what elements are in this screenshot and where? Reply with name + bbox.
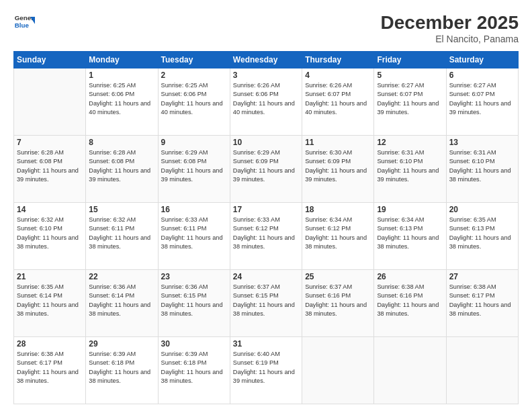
- calendar-cell: 26Sunrise: 6:38 AMSunset: 6:16 PMDayligh…: [374, 270, 446, 337]
- day-number: 22: [89, 272, 154, 281]
- calendar-cell: 9Sunrise: 6:29 AMSunset: 6:08 PMDaylight…: [158, 136, 230, 203]
- cell-info: Sunrise: 6:29 AMSunset: 6:09 PMDaylight:…: [233, 148, 299, 184]
- calendar-cell: 27Sunrise: 6:38 AMSunset: 6:17 PMDayligh…: [446, 270, 518, 337]
- calendar-cell: 21Sunrise: 6:35 AMSunset: 6:14 PMDayligh…: [14, 270, 86, 337]
- cell-info: Sunrise: 6:38 AMSunset: 6:17 PMDaylight:…: [449, 283, 515, 318]
- header: General Blue December 2025 El Nancito, P…: [13, 12, 519, 44]
- cell-info: Sunrise: 6:25 AMSunset: 6:06 PMDaylight:…: [161, 81, 227, 117]
- cell-info: Sunrise: 6:28 AMSunset: 6:08 PMDaylight:…: [17, 148, 83, 184]
- calendar-cell: [374, 337, 446, 404]
- calendar-cell: 28Sunrise: 6:38 AMSunset: 6:17 PMDayligh…: [14, 337, 86, 404]
- calendar-cell: 10Sunrise: 6:29 AMSunset: 6:09 PMDayligh…: [230, 136, 302, 203]
- calendar-cell: 18Sunrise: 6:34 AMSunset: 6:12 PMDayligh…: [302, 203, 374, 270]
- calendar-week-row: 14Sunrise: 6:32 AMSunset: 6:10 PMDayligh…: [14, 203, 519, 270]
- calendar-cell: 1Sunrise: 6:25 AMSunset: 6:06 PMDaylight…: [86, 68, 158, 136]
- day-number: 23: [161, 272, 227, 281]
- calendar-cell: 7Sunrise: 6:28 AMSunset: 6:08 PMDaylight…: [14, 136, 86, 203]
- day-number: 31: [233, 339, 299, 349]
- day-number: 11: [305, 138, 371, 147]
- cell-info: Sunrise: 6:27 AMSunset: 6:07 PMDaylight:…: [449, 81, 515, 117]
- calendar-cell: [14, 68, 86, 136]
- day-of-week-header: Thursday: [302, 52, 374, 68]
- day-number: 17: [233, 205, 299, 214]
- cell-info: Sunrise: 6:34 AMSunset: 6:12 PMDaylight:…: [305, 216, 371, 251]
- calendar-cell: 6Sunrise: 6:27 AMSunset: 6:07 PMDaylight…: [446, 68, 518, 136]
- calendar-week-row: 21Sunrise: 6:35 AMSunset: 6:14 PMDayligh…: [14, 270, 519, 337]
- day-number: 19: [377, 205, 443, 214]
- title-block: December 2025 El Nancito, Panama: [381, 12, 519, 44]
- day-number: 4: [305, 71, 371, 80]
- calendar-week-row: 7Sunrise: 6:28 AMSunset: 6:08 PMDaylight…: [14, 136, 519, 203]
- cell-info: Sunrise: 6:27 AMSunset: 6:07 PMDaylight:…: [377, 81, 443, 117]
- day-number: 25: [305, 272, 371, 281]
- calendar-cell: [302, 337, 374, 404]
- logo: General Blue: [13, 12, 35, 34]
- calendar-cell: 12Sunrise: 6:31 AMSunset: 6:10 PMDayligh…: [374, 136, 446, 203]
- calendar-cell: 30Sunrise: 6:39 AMSunset: 6:18 PMDayligh…: [158, 337, 230, 404]
- cell-info: Sunrise: 6:39 AMSunset: 6:18 PMDaylight:…: [89, 350, 154, 385]
- cell-info: Sunrise: 6:37 AMSunset: 6:16 PMDaylight:…: [305, 283, 371, 318]
- svg-text:Blue: Blue: [15, 21, 30, 29]
- day-number: 28: [17, 339, 83, 349]
- calendar-cell: 8Sunrise: 6:28 AMSunset: 6:08 PMDaylight…: [86, 136, 158, 203]
- calendar-cell: [446, 337, 518, 404]
- calendar-cell: 19Sunrise: 6:34 AMSunset: 6:13 PMDayligh…: [374, 203, 446, 270]
- cell-info: Sunrise: 6:37 AMSunset: 6:15 PMDaylight:…: [233, 283, 299, 318]
- day-number: 29: [89, 339, 154, 349]
- cell-info: Sunrise: 6:36 AMSunset: 6:15 PMDaylight:…: [161, 283, 227, 318]
- cell-info: Sunrise: 6:32 AMSunset: 6:10 PMDaylight:…: [17, 216, 83, 251]
- day-number: 14: [17, 205, 83, 214]
- title-month: December 2025: [381, 12, 519, 34]
- day-number: 21: [17, 272, 83, 281]
- day-number: 13: [449, 138, 515, 147]
- day-number: 20: [449, 205, 515, 214]
- calendar-week-row: 28Sunrise: 6:38 AMSunset: 6:17 PMDayligh…: [14, 337, 519, 404]
- day-number: 15: [89, 205, 154, 214]
- cell-info: Sunrise: 6:31 AMSunset: 6:10 PMDaylight:…: [377, 148, 443, 184]
- day-number: 27: [449, 272, 515, 281]
- day-number: 24: [233, 272, 299, 281]
- calendar-cell: 20Sunrise: 6:35 AMSunset: 6:13 PMDayligh…: [446, 203, 518, 270]
- day-of-week-header: Monday: [86, 52, 158, 68]
- cell-info: Sunrise: 6:25 AMSunset: 6:06 PMDaylight:…: [89, 81, 154, 117]
- page: General Blue December 2025 El Nancito, P…: [0, 0, 532, 411]
- day-of-week-header: Saturday: [446, 52, 518, 68]
- calendar-cell: 15Sunrise: 6:32 AMSunset: 6:11 PMDayligh…: [86, 203, 158, 270]
- calendar-cell: 24Sunrise: 6:37 AMSunset: 6:15 PMDayligh…: [230, 270, 302, 337]
- cell-info: Sunrise: 6:33 AMSunset: 6:11 PMDaylight:…: [161, 216, 227, 251]
- day-number: 9: [161, 138, 227, 147]
- calendar-cell: 4Sunrise: 6:26 AMSunset: 6:07 PMDaylight…: [302, 68, 374, 136]
- calendar-week-row: 1Sunrise: 6:25 AMSunset: 6:06 PMDaylight…: [14, 68, 519, 136]
- day-number: 6: [449, 71, 515, 80]
- day-of-week-header: Sunday: [14, 52, 86, 68]
- day-of-week-header: Wednesday: [230, 52, 302, 68]
- cell-info: Sunrise: 6:35 AMSunset: 6:14 PMDaylight:…: [17, 283, 83, 318]
- cell-info: Sunrise: 6:38 AMSunset: 6:16 PMDaylight:…: [377, 283, 443, 318]
- cell-info: Sunrise: 6:29 AMSunset: 6:08 PMDaylight:…: [161, 148, 227, 184]
- cell-info: Sunrise: 6:30 AMSunset: 6:09 PMDaylight:…: [305, 148, 371, 184]
- day-number: 16: [161, 205, 227, 214]
- calendar-table: SundayMondayTuesdayWednesdayThursdayFrid…: [13, 51, 519, 404]
- calendar-cell: 25Sunrise: 6:37 AMSunset: 6:16 PMDayligh…: [302, 270, 374, 337]
- calendar-cell: 22Sunrise: 6:36 AMSunset: 6:14 PMDayligh…: [86, 270, 158, 337]
- calendar-cell: 5Sunrise: 6:27 AMSunset: 6:07 PMDaylight…: [374, 68, 446, 136]
- day-number: 30: [161, 339, 227, 349]
- cell-info: Sunrise: 6:34 AMSunset: 6:13 PMDaylight:…: [377, 216, 443, 251]
- calendar-cell: 3Sunrise: 6:26 AMSunset: 6:06 PMDaylight…: [230, 68, 302, 136]
- day-number: 2: [161, 71, 227, 80]
- title-location: El Nancito, Panama: [381, 34, 519, 44]
- cell-info: Sunrise: 6:33 AMSunset: 6:12 PMDaylight:…: [233, 216, 299, 251]
- calendar-header-row: SundayMondayTuesdayWednesdayThursdayFrid…: [14, 52, 519, 68]
- day-number: 26: [377, 272, 443, 281]
- cell-info: Sunrise: 6:28 AMSunset: 6:08 PMDaylight:…: [89, 148, 154, 184]
- cell-info: Sunrise: 6:38 AMSunset: 6:17 PMDaylight:…: [17, 350, 83, 385]
- day-number: 18: [305, 205, 371, 214]
- calendar-cell: 29Sunrise: 6:39 AMSunset: 6:18 PMDayligh…: [86, 337, 158, 404]
- cell-info: Sunrise: 6:31 AMSunset: 6:10 PMDaylight:…: [449, 148, 515, 184]
- calendar-cell: 17Sunrise: 6:33 AMSunset: 6:12 PMDayligh…: [230, 203, 302, 270]
- day-number: 3: [233, 71, 299, 80]
- calendar-cell: 14Sunrise: 6:32 AMSunset: 6:10 PMDayligh…: [14, 203, 86, 270]
- day-number: 10: [233, 138, 299, 147]
- day-number: 5: [377, 71, 443, 80]
- calendar-cell: 31Sunrise: 6:40 AMSunset: 6:19 PMDayligh…: [230, 337, 302, 404]
